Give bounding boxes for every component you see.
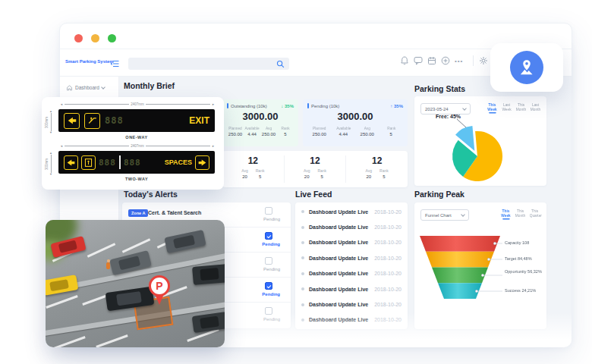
- feed-dot: [301, 287, 304, 290]
- feed-row[interactable]: Dashboard Update Live2018-10-20: [295, 281, 408, 297]
- parking-line: [87, 243, 116, 258]
- alert-title: Cert. & Talent Search: [148, 210, 201, 215]
- card-title: Pending (10k): [311, 104, 339, 108]
- feed-dot: [301, 318, 304, 322]
- search-bar: [128, 58, 289, 70]
- sidebar-item-dashboard[interactable]: Dashboard: [66, 84, 105, 91]
- pending-checkbox[interactable]: [265, 207, 272, 215]
- chevron-down-icon: [101, 85, 105, 89]
- funnel-stage-target[interactable]: [426, 252, 494, 268]
- window-maximize-dot[interactable]: [108, 34, 116, 42]
- led-digits: 888: [99, 158, 116, 168]
- stat-card-pending: Pending (10k) ↑ 35% 3000.00 Planned250.0…: [303, 99, 408, 146]
- pending-checkbox[interactable]: [265, 232, 272, 240]
- parking-peak-card: Funnel Chart This Week This Month This Q…: [414, 202, 546, 329]
- feed-dot: [301, 241, 304, 244]
- parking-lot-photo: P: [46, 220, 225, 347]
- pending-label: Pending: [263, 217, 280, 221]
- pending-label: Pending: [262, 292, 280, 297]
- escalator-icon: [84, 113, 100, 129]
- mini-stat: 12 Avg20 Rank5: [345, 155, 408, 183]
- bell-icon[interactable]: [400, 56, 409, 65]
- car-suv: [192, 264, 225, 285]
- parking-stats-card: 2023-05-24 This Week Last Week This Mont…: [414, 96, 546, 186]
- mini-stat: 12 Avg20 Rank5: [284, 155, 346, 183]
- chat-icon[interactable]: [414, 56, 423, 65]
- search-icon[interactable]: [276, 60, 285, 68]
- stat-card-outstanding: Outstanding (10k) ↓ 35% 3000.00 Planned2…: [222, 99, 298, 146]
- avatar: [510, 51, 543, 84]
- height-dimension: ▲▼ 300mm: [48, 152, 54, 176]
- live-feed-title: Live Feed: [295, 190, 332, 199]
- alerts-title: Today's Alerts: [124, 190, 178, 199]
- feed-row[interactable]: Dashboard Update Live2018-10-20: [295, 312, 408, 328]
- map-pin-icon: [517, 58, 537, 77]
- funnel-stage-opportunity[interactable]: [432, 268, 488, 284]
- card-title: Outstanding (10k): [231, 104, 267, 108]
- pending-label: Pending: [263, 267, 280, 271]
- plus-circle-icon[interactable]: [441, 56, 450, 65]
- pending-checkbox[interactable]: [265, 282, 272, 290]
- delta-badge: ↑ 35%: [390, 104, 403, 108]
- card-tick: [307, 103, 309, 108]
- card-tick: [227, 103, 228, 108]
- parking-line: [46, 295, 77, 309]
- left-arrow-icon: [64, 113, 80, 129]
- width-dimension: ◄ 2407mm ►: [60, 102, 215, 106]
- pie-chart: Free: 45%: [414, 96, 546, 186]
- feed-row[interactable]: Dashboard Update Live2018-10-20: [295, 297, 408, 312]
- mini-stats-card: 12 Avg20 Rank5 12 Avg20 Rank5 12 Avg20 R…: [222, 151, 408, 187]
- feed-dot: [301, 226, 304, 229]
- sidebar-collapse-icon[interactable]: [110, 60, 119, 67]
- right-arrow-icon: [195, 155, 209, 170]
- map-avatar-card[interactable]: [490, 43, 563, 92]
- window-minimize-dot[interactable]: [91, 34, 99, 42]
- car-dark-gray: [164, 230, 206, 253]
- funnel-chart: [414, 202, 546, 329]
- car-bottom-right: [192, 312, 225, 333]
- feed-row[interactable]: Dashboard Update Live2018-10-20: [295, 266, 408, 281]
- feed-dot: [301, 256, 304, 259]
- one-way-label: ONE-WAY: [58, 135, 215, 140]
- window-close-dot[interactable]: [74, 34, 83, 42]
- left-arrow-icon: [64, 155, 78, 170]
- zone-badge: Zone A: [128, 209, 148, 217]
- width-dimension: ◄ 2407mm ►: [60, 144, 215, 148]
- feed-row[interactable]: Dashboard Update Live2018-10-20: [295, 204, 408, 219]
- spaces-text: SPACES: [165, 158, 192, 166]
- two-way-label: TWO-WAY: [58, 177, 215, 181]
- card-value: 3000.00: [307, 111, 403, 122]
- pending-checkbox[interactable]: [265, 307, 272, 315]
- parking-peak-title: Parking Peak: [414, 190, 464, 199]
- feed-row[interactable]: Dashboard Update Live2018-10-20: [295, 250, 408, 265]
- parking-pin[interactable]: P: [147, 275, 172, 306]
- calendar-icon[interactable]: [427, 56, 436, 65]
- pending-label: Pending: [262, 242, 280, 246]
- pending-checkbox[interactable]: [265, 257, 272, 265]
- feed-dot: [301, 303, 304, 306]
- funnel-label-success: Success 24,21%: [505, 288, 543, 293]
- search-input[interactable]: [133, 58, 269, 68]
- pie-free-label: Free: 45%: [436, 114, 461, 119]
- funnel-stage-capacity[interactable]: [420, 236, 500, 252]
- feed-row[interactable]: Dashboard Update Live2018-10-20: [295, 219, 408, 234]
- delta-badge: ↓ 35%: [281, 104, 294, 108]
- monthly-brief-title: Monthly Brief: [124, 81, 175, 90]
- gear-icon[interactable]: [479, 56, 488, 65]
- parking-stats-title: Parking Stats: [414, 84, 465, 93]
- one-way-sign: 888 EXIT: [58, 109, 215, 132]
- live-feed-card: Dashboard Update Live2018-10-20 Dashboar…: [295, 202, 408, 329]
- feed-row[interactable]: Dashboard Update Live2018-10-20: [295, 235, 408, 250]
- two-way-sign: 888 888 SPACES: [58, 151, 215, 174]
- more-icon[interactable]: •••: [455, 58, 463, 64]
- parking-line: [96, 334, 128, 347]
- funnel-label-target: Target 84,48%: [505, 256, 543, 262]
- funnel-label-capacity: Capacity 108: [505, 240, 543, 246]
- card-value: 3000.00: [227, 111, 294, 122]
- person-figure: [106, 262, 110, 269]
- exit-text: EXIT: [189, 115, 209, 126]
- car-yellow: [46, 275, 78, 296]
- led-digits: 888: [105, 115, 124, 126]
- mini-stat: 12 Avg20 Rank5: [222, 155, 284, 183]
- height-dimension: ▲▼ 300mm: [48, 110, 54, 134]
